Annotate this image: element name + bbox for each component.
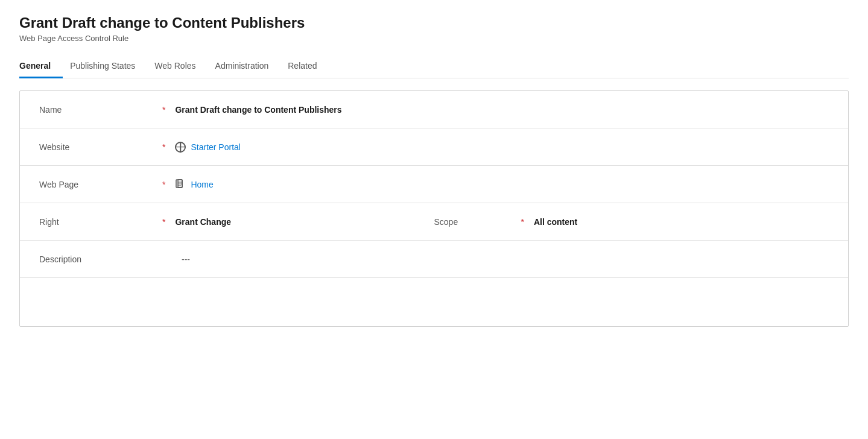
name-required-star: * [162,105,165,115]
right-required-star: * [162,217,165,227]
name-value: Grant Draft change to Content Publishers [175,105,341,115]
globe-icon [175,142,186,153]
tab-web-roles[interactable]: Web Roles [154,55,207,78]
name-row: Name * Grant Draft change to Content Pub… [20,91,848,128]
website-label: Website [39,142,160,152]
right-section: Right * Grant Change [39,217,434,227]
description-label: Description [39,254,160,264]
web-page-required-star: * [162,180,165,189]
description-value: --- [182,254,190,264]
empty-row [20,278,848,326]
page-subtitle: Web Page Access Control Rule [19,34,849,43]
page-icon [175,179,186,190]
tab-bar: General Publishing States Web Roles Admi… [19,55,849,78]
tab-related[interactable]: Related [288,55,329,78]
web-page-link[interactable]: Home [175,179,213,190]
name-label: Name [39,105,160,115]
tab-publishing-states[interactable]: Publishing States [70,55,147,78]
scope-required-star: * [521,217,524,227]
tab-general[interactable]: General [19,55,63,78]
scope-section: Scope * All content [434,217,829,227]
form-container: Name * Grant Draft change to Content Pub… [19,90,849,327]
scope-value: All content [534,217,577,227]
page-container: Grant Draft change to Content Publishers… [0,0,868,341]
website-required-star: * [162,142,165,152]
website-value: Starter Portal [191,142,240,152]
web-page-label: Web Page [39,180,160,189]
right-value: Grant Change [175,217,231,227]
tab-administration[interactable]: Administration [215,55,281,78]
right-label: Right [39,217,160,227]
web-page-value: Home [191,180,213,189]
scope-label: Scope [434,217,519,227]
description-row: Description --- [20,241,848,278]
web-page-row: Web Page * Home [20,166,848,203]
page-title: Grant Draft change to Content Publishers [19,14,849,31]
right-scope-row: Right * Grant Change Scope * All content [20,203,848,241]
website-link[interactable]: Starter Portal [175,142,240,153]
website-row: Website * Starter Portal [20,128,848,166]
